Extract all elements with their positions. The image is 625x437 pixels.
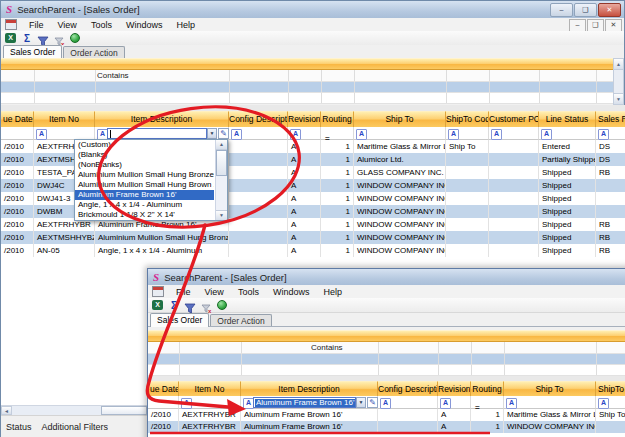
menu-view[interactable]: View (198, 286, 231, 298)
filter-editor-input[interactable]: Aluminum Frame Brown 16' (253, 397, 356, 408)
grid-cell[interactable]: WINDOW COMPANY INC. (504, 421, 596, 433)
grid-cell[interactable]: WINDOW COMPANY INC. (354, 244, 446, 257)
grid-cell[interactable]: Ship To (596, 409, 625, 421)
grid-cell[interactable]: AEXTMSHHYBZ (34, 231, 95, 244)
menu-file[interactable]: File (22, 19, 51, 31)
criteria-row-selected[interactable] (148, 354, 625, 365)
sum-sigma-icon[interactable]: Σ (21, 33, 33, 44)
grid-cell[interactable]: A (288, 218, 321, 231)
menu-file[interactable]: File (169, 286, 198, 298)
criteria-vertical-scrollbar[interactable]: ▲ ▼ (613, 58, 624, 105)
clear-filter-icon[interactable]: x (200, 300, 212, 311)
grid-cell[interactable] (229, 153, 288, 166)
column-header-ue-date[interactable]: ue Date (148, 381, 179, 396)
column-header-ship-to[interactable]: Ship To (504, 381, 596, 396)
scroll-down-icon[interactable]: ▼ (216, 210, 227, 220)
grid-cell[interactable]: 1 (321, 218, 354, 231)
tab-sales-order[interactable]: Sales Order (3, 45, 62, 59)
text-filter-icon[interactable]: A (598, 129, 609, 140)
grid-cell[interactable]: AEXTFRHYBR (179, 421, 241, 433)
grid-cell[interactable]: /2010 (1, 231, 34, 244)
column-header-revision[interactable]: Revision (438, 381, 471, 396)
grid-cell[interactable] (489, 166, 539, 179)
grid-cell[interactable]: Shipped (539, 231, 596, 244)
column-header-config-description[interactable]: Config Description (229, 111, 288, 127)
filter-funnel-icon[interactable] (184, 300, 196, 311)
grid-cell[interactable]: A (288, 205, 321, 218)
menu-help[interactable]: Help (169, 19, 202, 31)
column-header-shipto-code[interactable]: ShipTo Code (446, 111, 489, 127)
grid-cell[interactable]: Entered (539, 140, 596, 153)
grid-cell[interactable] (489, 192, 539, 205)
criteria-row-empty[interactable] (1, 93, 613, 104)
grid-cell[interactable]: Aluminum Frame Brown 16' (241, 421, 378, 433)
dropdown-arrow-button[interactable]: ▼ (356, 397, 366, 408)
close-button[interactable]: ✕ (598, 3, 621, 17)
grid-row[interactable]: /2010AEXTFRHYBRAluminum Frame Brown 16'A… (148, 421, 625, 433)
dropdown-item[interactable]: (Blanks) (75, 150, 214, 160)
grid-cell[interactable] (229, 205, 288, 218)
column-header-revision[interactable]: Revision (288, 111, 321, 127)
column-header-customer-po[interactable]: Customer PO (489, 111, 539, 127)
grid-cell[interactable]: /2010 (1, 205, 34, 218)
grid-cell[interactable] (229, 192, 288, 205)
filter-cell[interactable]: A (446, 127, 489, 140)
text-filter-icon[interactable]: A (440, 398, 451, 409)
filter-editor-input[interactable] (107, 128, 207, 139)
grid-cell[interactable]: Partially Shipped (539, 153, 596, 166)
grid-cell[interactable]: Shipped (539, 192, 596, 205)
menu-view[interactable]: View (51, 19, 84, 31)
grid-cell[interactable] (489, 231, 539, 244)
grid-cell[interactable]: A (288, 166, 321, 179)
grid-cell[interactable]: WINDOW COMPANY INC. (354, 192, 446, 205)
grid-cell[interactable]: 1 (321, 140, 354, 153)
menu-windows[interactable]: Windows (119, 19, 170, 31)
grid-cell[interactable]: 1 (471, 409, 504, 421)
scroll-left-icon[interactable]: ◄ (1, 406, 12, 415)
grid-cell[interactable] (446, 231, 489, 244)
item-description-filter-dropdown[interactable]: (Custom)(Blanks)(NonBlanks)Aluminium Mul… (74, 139, 228, 221)
grid-cell[interactable]: 1 (321, 179, 354, 192)
scrollbar-thumb[interactable] (101, 406, 147, 415)
grid-cell[interactable] (446, 192, 489, 205)
column-header-item-no[interactable]: Item No (179, 381, 241, 396)
restore-button[interactable]: ❑ (574, 3, 597, 17)
scroll-up-icon[interactable]: ▲ (216, 140, 227, 150)
excel-export-icon[interactable]: X (5, 33, 17, 44)
scroll-down-icon[interactable]: ▼ (614, 93, 623, 104)
dropdown-item[interactable]: Angle, 1 x 4 x 1/4 - Aluminum (75, 200, 214, 210)
filter-cell[interactable]: A (438, 396, 471, 409)
grid-cell[interactable]: WINDOW COMPANY INC. (354, 231, 446, 244)
grid-cell[interactable] (229, 140, 288, 153)
grid-cell[interactable]: /2010 (1, 153, 34, 166)
grid-cell[interactable]: Shipped (539, 244, 596, 257)
grid-cell[interactable]: Shipped (539, 205, 596, 218)
grid-cell[interactable]: A (288, 153, 321, 166)
dropdown-item[interactable]: Brickmould 1 1/8 X 2" X 14' (75, 210, 214, 220)
text-filter-icon[interactable]: A (380, 398, 391, 409)
grid-cell[interactable]: WINDOW COMPANY INC. (354, 218, 446, 231)
grid-cell[interactable] (446, 166, 489, 179)
grid-cell[interactable] (596, 179, 625, 192)
grid-cell[interactable]: Ship To (446, 140, 489, 153)
text-filter-icon[interactable]: A (231, 129, 242, 140)
grid-row[interactable]: /2010AEXTFRHYBRAluminum Frame Brown 16'A… (148, 409, 625, 421)
grid-cell[interactable]: AEXTFRHYBR (179, 409, 241, 421)
dropdown-scrollbar[interactable]: ▲ ▼ (215, 140, 227, 220)
text-filter-icon[interactable]: A (356, 129, 367, 140)
grid-cell[interactable] (229, 244, 288, 257)
grid-cell[interactable] (229, 166, 288, 179)
grid-cell[interactable]: /2010 (1, 244, 34, 257)
grid-cell[interactable] (446, 153, 489, 166)
grid-cell[interactable]: /2010 (148, 409, 179, 421)
grid-cell[interactable]: Maritime Glass & Mirror Ltd. (504, 409, 596, 421)
grid-cell[interactable]: A (288, 192, 321, 205)
grid-cell[interactable] (489, 244, 539, 257)
grid-cell[interactable] (489, 218, 539, 231)
column-header-shipto-c[interactable]: ShipTo C (596, 381, 625, 396)
grid-cell[interactable] (489, 140, 539, 153)
dropdown-item[interactable]: Aluminium Mullion Small Hung Bronze 16' (75, 170, 214, 180)
filter-cell[interactable]: A (229, 127, 288, 140)
grid-cell[interactable]: Aluminum Frame Brown 16' (241, 409, 378, 421)
column-header-item-description[interactable]: Item Description (241, 381, 378, 396)
